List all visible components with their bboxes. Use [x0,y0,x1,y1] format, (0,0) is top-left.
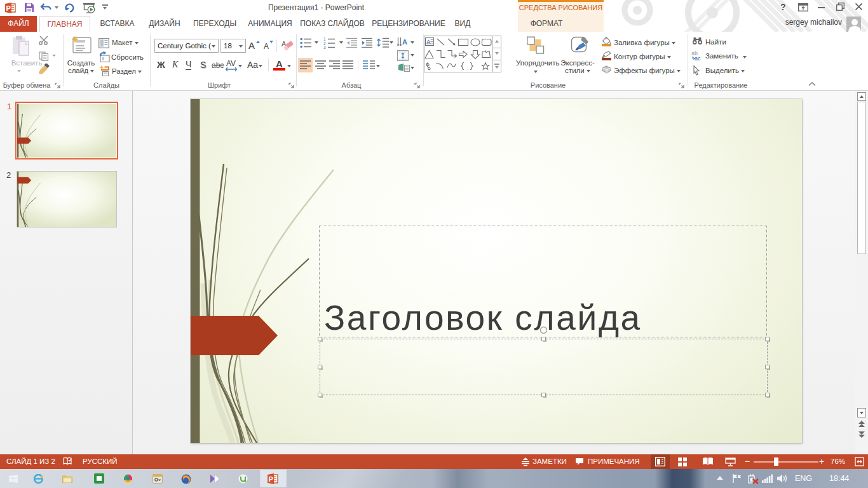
svg-text:P: P [269,475,273,483]
svg-text:ac: ac [695,55,701,61]
svg-text:A: A [402,38,407,46]
svg-text:3: 3 [323,45,326,49]
svg-text:P: P [6,4,11,12]
